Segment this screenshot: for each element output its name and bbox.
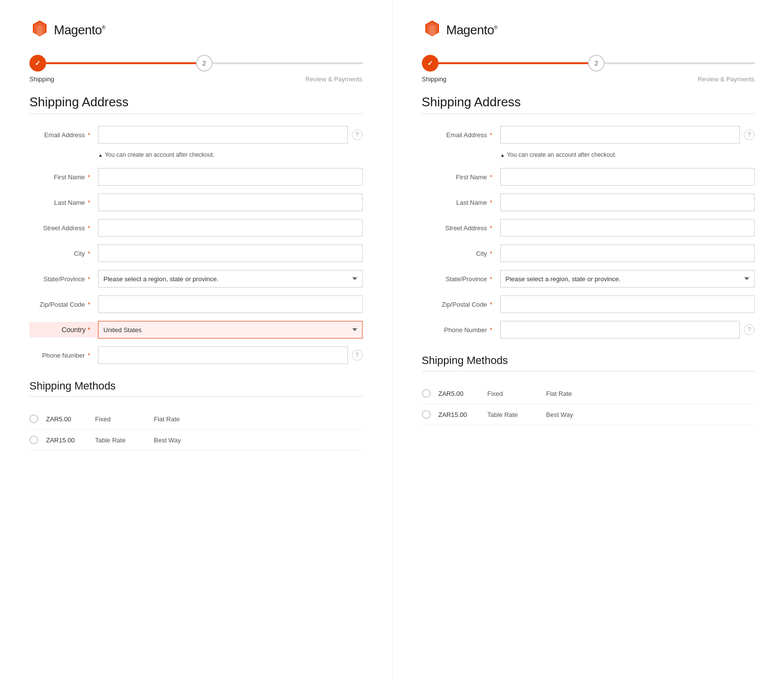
left-city-label: City * xyxy=(29,250,98,257)
right-hint-text: You can create an account after checkout… xyxy=(507,151,616,158)
right-method-1-carrier: Flat Rate xyxy=(546,390,572,397)
right-logo: Magento® xyxy=(422,20,755,40)
left-state-label: State/Province * xyxy=(29,275,98,283)
right-lastname-input[interactable] xyxy=(500,194,755,211)
right-city-input[interactable] xyxy=(500,244,755,262)
left-method-2-radio[interactable] xyxy=(29,436,38,444)
left-step-line-done xyxy=(46,62,196,64)
right-state-label: State/Province * xyxy=(422,275,500,283)
left-method-1-radio[interactable] xyxy=(29,414,38,423)
left-city-row: City * xyxy=(29,244,363,262)
right-lastname-label: Last Name * xyxy=(422,199,500,206)
right-step-2-circle: 2 xyxy=(588,55,605,72)
right-method-row-1: ZAR5.00 Fixed Flat Rate xyxy=(422,383,755,404)
right-street-label: Street Address * xyxy=(422,224,500,232)
right-hint-arrow: ▲ xyxy=(500,152,505,158)
left-method-2-name: Table Rate xyxy=(95,437,154,444)
right-street-row: Street Address * xyxy=(422,219,755,237)
left-country-row: Country * United States xyxy=(29,321,363,339)
right-logo-text: Magento® xyxy=(446,23,498,38)
left-step-labels: Shipping Review & Payments xyxy=(29,75,363,83)
right-zip-input[interactable] xyxy=(500,295,755,313)
right-email-hint-row: ▲ You can create an account after checko… xyxy=(500,151,755,158)
left-method-1-price: ZAR5.00 xyxy=(46,415,95,423)
right-step-1-label: Shipping xyxy=(422,75,447,83)
right-email-help-icon[interactable]: ? xyxy=(744,129,755,140)
left-zip-row: Zip/Postal Code * xyxy=(29,295,363,313)
right-method-2-price: ZAR15.00 xyxy=(439,411,488,418)
right-phone-help-icon[interactable]: ? xyxy=(744,324,755,335)
right-state-row: State/Province * Please select a region,… xyxy=(422,270,755,288)
right-method-2-carrier: Best Way xyxy=(546,411,573,418)
left-divider xyxy=(29,114,363,114)
right-divider xyxy=(422,114,755,114)
right-progress-bar: ✓ 2 xyxy=(422,55,755,72)
right-step-1-circle: ✓ xyxy=(422,55,439,72)
right-state-select[interactable]: Please select a region, state or provinc… xyxy=(500,270,755,288)
left-lastname-row: Last Name * xyxy=(29,194,363,211)
left-country-label: Country * xyxy=(29,322,98,338)
right-zip-label: Zip/Postal Code * xyxy=(422,301,500,308)
right-method-row-2: ZAR15.00 Table Rate Best Way xyxy=(422,404,755,425)
right-method-1-radio[interactable] xyxy=(422,389,431,398)
right-lastname-row: Last Name * xyxy=(422,194,755,211)
right-step-line-pending xyxy=(605,62,755,64)
left-shipping-methods-title: Shipping Methods xyxy=(29,380,363,392)
left-step-1-circle: ✓ xyxy=(29,55,46,72)
left-step-line-pending xyxy=(213,62,363,64)
left-method-1-carrier: Flat Rate xyxy=(154,415,180,423)
left-street-row: Street Address * xyxy=(29,219,363,237)
left-phone-row: Phone Number * ? xyxy=(29,346,363,364)
right-shipping-methods-title: Shipping Methods xyxy=(422,354,755,367)
left-panel: Magento® ✓ 2 Shipping Review & Payments … xyxy=(0,0,392,680)
left-email-hint-row: ▲ You can create an account after checko… xyxy=(98,151,363,158)
left-country-select[interactable]: United States xyxy=(98,321,363,339)
left-hint-text: You can create an account after checkout… xyxy=(105,151,215,158)
left-method-row-1: ZAR5.00 Fixed Flat Rate xyxy=(29,409,363,430)
left-step-2-label: Review & Payments xyxy=(305,75,362,83)
right-phone-input[interactable] xyxy=(500,321,740,339)
right-method-2-name: Table Rate xyxy=(488,411,546,418)
left-lastname-input[interactable] xyxy=(98,194,363,211)
right-firstname-input[interactable] xyxy=(500,168,755,186)
right-phone-label: Phone Number * xyxy=(422,326,500,334)
left-city-input[interactable] xyxy=(98,244,363,262)
right-firstname-label: First Name * xyxy=(422,173,500,181)
right-email-label: Email Address * xyxy=(422,131,500,139)
left-firstname-label: First Name * xyxy=(29,173,98,181)
right-method-1-price: ZAR5.00 xyxy=(439,390,488,397)
left-method-2-price: ZAR15.00 xyxy=(46,437,95,444)
left-logo-text: Magento® xyxy=(54,23,105,38)
right-email-input[interactable] xyxy=(500,126,740,144)
right-email-row: Email Address * ? xyxy=(422,126,755,144)
right-city-label: City * xyxy=(422,250,500,257)
left-street-input[interactable] xyxy=(98,219,363,237)
left-method-1-name: Fixed xyxy=(95,415,154,423)
right-step-labels: Shipping Review & Payments xyxy=(422,75,755,83)
left-zip-input[interactable] xyxy=(98,295,363,313)
right-method-1-name: Fixed xyxy=(488,390,546,397)
right-street-input[interactable] xyxy=(500,219,755,237)
page-wrapper: Magento® ✓ 2 Shipping Review & Payments … xyxy=(0,0,784,680)
left-progress-bar: ✓ 2 xyxy=(29,55,363,72)
right-step-2-label: Review & Payments xyxy=(698,75,755,83)
left-state-select[interactable]: Please select a region, state or provinc… xyxy=(98,270,363,288)
left-email-label: Email Address * xyxy=(29,131,98,139)
left-section-title: Shipping Address xyxy=(29,95,363,110)
left-firstname-input[interactable] xyxy=(98,168,363,186)
left-lastname-label: Last Name * xyxy=(29,199,98,206)
left-phone-help-icon[interactable]: ? xyxy=(352,350,363,361)
right-panel: Magento® ✓ 2 Shipping Review & Payments … xyxy=(392,0,784,680)
left-firstname-row: First Name * xyxy=(29,168,363,186)
left-method-row-2: ZAR15.00 Table Rate Best Way xyxy=(29,430,363,451)
right-method-2-radio[interactable] xyxy=(422,410,431,419)
left-hint-arrow: ▲ xyxy=(98,152,103,158)
left-shipping-divider xyxy=(29,396,363,397)
left-email-input[interactable] xyxy=(98,126,348,144)
right-magento-logo-icon xyxy=(422,20,442,40)
left-logo: Magento® xyxy=(29,20,363,40)
right-step-line-done xyxy=(439,62,588,64)
left-email-help-icon[interactable]: ? xyxy=(352,129,363,140)
right-phone-row: Phone Number * ? xyxy=(422,321,755,339)
left-phone-input[interactable] xyxy=(98,346,348,364)
